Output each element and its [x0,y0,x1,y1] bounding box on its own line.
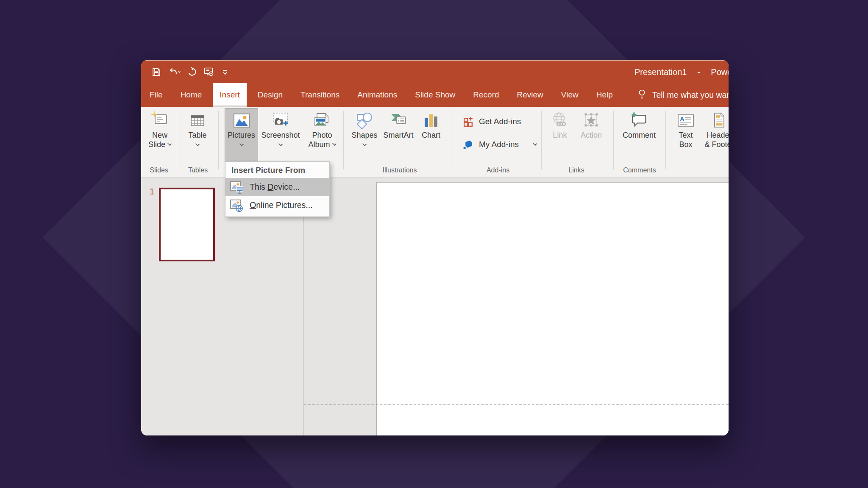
group-divider [343,111,344,169]
chart-button[interactable]: Chart [417,108,445,163]
get-add-ins-icon [462,116,474,128]
picture-from-device-icon [229,180,244,194]
chevron-down-icon [278,142,283,146]
group-divider [665,111,666,169]
pictures-icon [232,111,251,130]
ribbon-tabs: File Home Insert Design Transitions Anim… [141,83,729,107]
start-from-beginning-icon[interactable] [203,67,214,78]
menu-item-label: Online Pictures... [250,200,312,210]
dropdown-header: Insert Picture From [225,162,329,178]
tab-review[interactable]: Review [510,83,550,107]
comment-button[interactable]: Comment [620,108,658,163]
new-slide-button[interactable]: New Slide [145,108,175,163]
group-label-add-ins: Add-ins [456,166,540,174]
chevron-down-icon [195,142,200,146]
tab-slide-show[interactable]: Slide Show [408,83,462,107]
header-footer-button[interactable]: Header & Footer [702,108,729,163]
group-divider [613,111,614,169]
group-label-comments: Comments [618,166,662,174]
insert-picture-dropdown: Insert Picture From This Device... [225,161,330,217]
redo-icon[interactable] [187,67,197,77]
window-title: Presentation1 - PowerPoint [634,61,729,83]
tab-home[interactable]: Home [174,83,209,107]
picture-online-icon [229,198,244,213]
header-footer-icon [709,111,729,130]
customize-quick-access-toolbar-icon[interactable] [221,67,229,77]
menu-item-this-device[interactable]: This Device... [225,178,329,196]
photo-album-button[interactable]: Photo Album [303,108,341,163]
group-divider [218,111,219,169]
pictures-button[interactable]: Pictures [225,108,258,163]
screenshot-button[interactable]: Screenshot [262,108,300,163]
group-divider [453,111,453,169]
chevron-down-icon [533,141,537,146]
tab-animations[interactable]: Animations [351,83,404,107]
save-icon[interactable] [151,67,161,77]
slide-thumbnail[interactable] [159,188,215,261]
screenshot-icon [271,111,290,130]
chevron-down-icon [239,142,244,146]
link-button: Link [546,108,573,163]
table-button[interactable]: Table [183,108,212,163]
chevron-down-icon [362,142,367,146]
tab-record[interactable]: Record [466,83,506,107]
slide-number: 1 [150,187,154,197]
slide-editing-area [304,177,729,435]
group-label-links: Links [543,166,610,174]
table-icon [188,111,207,130]
undo-icon[interactable] [168,67,181,77]
photo-album-icon [312,111,332,130]
my-add-ins-button[interactable]: My Add-ins [462,137,537,152]
menu-item-online-pictures[interactable]: Online Pictures... [225,196,329,214]
group-label-tables: Tables [177,166,219,174]
action-icon [581,111,601,130]
tab-view[interactable]: View [554,83,585,107]
lightbulb-icon [637,89,647,102]
placeholder-dashed-boundary [304,404,729,405]
tab-insert[interactable]: Insert [213,83,247,107]
shapes-button[interactable]: Shapes [350,108,379,163]
group-divider [541,111,542,169]
svg-text:A: A [680,115,684,122]
chart-icon [421,111,441,130]
tab-transitions[interactable]: Transitions [294,83,346,107]
action-button: Action [576,108,606,163]
slide-canvas[interactable] [376,182,729,435]
tell-me-label: Tell me what you want to do [652,90,729,100]
tab-design[interactable]: Design [251,83,289,107]
group-label-illustrations: Illustrations [346,166,453,174]
chevron-down-icon [167,141,172,146]
group-divider [177,111,177,169]
tell-me-search[interactable]: Tell me what you want to do [637,83,729,107]
menu-item-label: This Device... [250,182,300,192]
text-box-icon: A [676,111,696,130]
quick-access-toolbar [141,67,229,78]
tab-file[interactable]: File [143,83,170,107]
shapes-icon [355,111,374,130]
new-slide-icon [150,111,170,130]
smartart-icon [389,111,408,130]
my-add-ins-icon [462,139,474,150]
chevron-down-icon [332,141,337,146]
get-add-ins-button[interactable]: Get Add-ins [462,114,521,129]
link-icon [550,111,570,130]
powerpoint-window: Presentation1 - PowerPoint File Home Ins… [141,60,729,435]
group-label-slides: Slides [141,166,177,174]
smartart-button[interactable]: SmartArt [381,108,416,163]
text-box-button[interactable]: A Text Box [673,108,698,163]
comment-icon [629,111,649,130]
tab-help[interactable]: Help [590,83,620,107]
title-bar: Presentation1 - PowerPoint [141,60,729,83]
